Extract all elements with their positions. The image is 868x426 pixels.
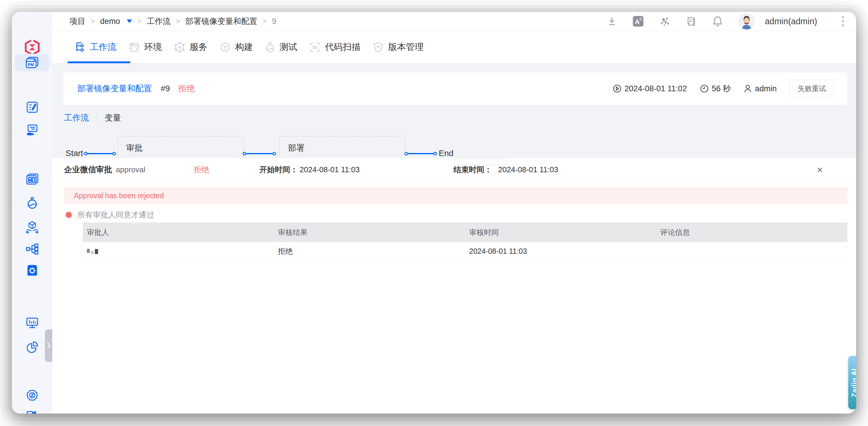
tab-label: 代码扫描 <box>325 41 361 53</box>
sidebar-item-dashboard[interactable] <box>26 173 39 185</box>
sidebar-item-insights[interactable] <box>26 341 39 354</box>
env-icon <box>129 42 140 53</box>
scan-icon <box>310 42 320 53</box>
retry-failed-button[interactable]: 失败重试 <box>790 80 834 97</box>
tab-code-scan[interactable]: 代码扫描 <box>310 41 361 53</box>
tab-version[interactable]: 版本管理 <box>373 41 424 53</box>
result-cell: 拒绝 <box>274 242 465 261</box>
approval-rule: 所有审批人同意才通过 <box>66 210 154 220</box>
connector <box>243 152 276 155</box>
col-approver: 审批人 <box>83 222 274 242</box>
integrations-icon[interactable] <box>659 16 670 27</box>
close-icon[interactable]: × <box>817 164 823 175</box>
subtab-workflow[interactable]: 工作流 <box>64 112 89 123</box>
sidebar-collapse-handle[interactable] <box>45 329 53 362</box>
approver-redacted <box>87 249 274 254</box>
drawer-start-value: 2024-08-01 11:03 <box>300 165 360 174</box>
approval-table: 审批人 审核结果 审核时间 评论信息 拒绝 <box>83 222 847 261</box>
more-vert-icon[interactable] <box>841 16 844 27</box>
user-icon <box>744 84 752 93</box>
sidebar-item-monitor[interactable] <box>26 317 39 329</box>
drawer-end-label: 结束时间： <box>454 164 492 175</box>
breadcrumb: 项目 > demo > 工作流 > 部署镜像变量和配置 > 9 <box>69 16 277 27</box>
clock-icon <box>700 84 709 93</box>
drawer-end-value: 2024-08-01 11:03 <box>498 165 558 174</box>
floating-chip <box>454 159 507 165</box>
sidebar-item-pipelines[interactable] <box>26 243 39 255</box>
breadcrumb-workflows[interactable]: 工作流 <box>147 16 171 27</box>
service-icon <box>174 42 185 53</box>
build-icon <box>220 42 230 53</box>
breadcrumb-project-name[interactable]: demo <box>100 17 120 26</box>
sidebar-item-projects[interactable]: PM <box>25 56 39 69</box>
col-result: 审核结果 <box>274 222 465 242</box>
tab-build[interactable]: 构建 <box>220 41 253 53</box>
col-time: 审核时间 <box>465 222 656 242</box>
col-comment: 评论信息 <box>656 222 847 242</box>
table-header-row: 审批人 审核结果 审核时间 评论信息 <box>83 222 847 242</box>
drawer-job-key: approval <box>116 165 145 174</box>
sidebar-item-enterprise[interactable] <box>25 408 39 414</box>
docs-icon[interactable] <box>686 16 697 27</box>
rule-dot-icon <box>66 212 72 218</box>
job-detail-drawer: 企业微信审批 approval 拒绝 开始时间： 2024-08-01 11:0… <box>52 157 856 414</box>
sidebar-item-release-plan[interactable] <box>26 101 38 114</box>
run-duration: 56 秒 <box>712 83 731 94</box>
tab-workflow[interactable]: 工作流 <box>74 41 116 53</box>
stage-divider <box>126 154 235 155</box>
breadcrumb-projects[interactable]: 项目 <box>69 16 85 27</box>
stage-deploy-label: 部署 <box>288 143 305 154</box>
breadcrumb-workflow-name[interactable]: 部署镜像变量和配置 <box>186 16 257 27</box>
breadcrumb-separator: > <box>176 17 180 25</box>
rule-text: 所有审批人同意才通过 <box>78 210 154 220</box>
sidebar-item-test[interactable] <box>26 196 38 209</box>
stage-divider <box>288 154 397 155</box>
zadig-logo-icon[interactable] <box>25 39 40 56</box>
subtab-divider <box>97 114 97 122</box>
workflow-name-link[interactable]: 部署镜像变量和配置 <box>78 83 152 94</box>
breadcrumb-separator: > <box>262 17 267 25</box>
subtab-variables[interactable]: 变量 <box>104 112 121 123</box>
canvas-start-label: Start <box>66 149 83 158</box>
translate-icon[interactable]: A 文 <box>632 16 644 27</box>
svg-text:文: 文 <box>639 17 643 21</box>
stage-approval-label: 审批 <box>126 143 143 154</box>
topbar-actions: A 文 <box>607 13 844 30</box>
run-number: #9 <box>161 84 170 93</box>
download-icon[interactable] <box>607 16 617 27</box>
tab-label: 构建 <box>235 41 253 53</box>
screenshot-page: PM <box>0 0 868 426</box>
connector <box>404 152 437 155</box>
content-area: 部署镜像变量和配置 #9 拒绝 2024-08-01 11:02 <box>52 63 856 414</box>
app-window: PM <box>12 12 856 414</box>
avatar[interactable] <box>738 13 755 30</box>
user-name[interactable]: admin(admin) <box>765 17 817 26</box>
tab-test[interactable]: 测试 <box>265 41 297 53</box>
tab-service[interactable]: 服务 <box>174 41 208 53</box>
sidebar: PM <box>12 12 52 414</box>
sidebar-item-delivery[interactable] <box>26 124 39 136</box>
play-circle-icon <box>613 84 622 93</box>
svg-text:PM: PM <box>28 62 34 67</box>
rejection-alert-text: Approval has been rejected <box>74 191 164 200</box>
sidebar-item-system[interactable] <box>26 389 39 401</box>
zadig-ai-badge[interactable]: Zadig AI <box>848 356 856 409</box>
drawer-start-label: 开始时间： <box>259 164 298 175</box>
drawer-title: 企业微信审批 <box>64 164 112 175</box>
active-tab-underline <box>68 61 130 63</box>
run-summary-card: 部署镜像变量和配置 #9 拒绝 2024-08-01 11:02 <box>64 72 847 105</box>
version-icon <box>373 42 383 53</box>
drawer-status-rejected: 拒绝 <box>194 164 209 175</box>
run-meta: 2024-08-01 11:02 56 秒 admi <box>613 80 834 97</box>
breadcrumb-run-id: 9 <box>272 17 277 26</box>
project-caret-icon[interactable] <box>127 20 132 23</box>
tab-label: 版本管理 <box>388 41 424 53</box>
run-start-time: 2024-08-01 11:02 <box>625 84 687 93</box>
table-row: 拒绝 2024-08-01 11:03 <box>83 242 847 261</box>
rejection-alert: Approval has been rejected <box>64 187 847 204</box>
tab-label: 服务 <box>190 41 208 53</box>
sidebar-item-settings[interactable] <box>26 264 39 276</box>
tab-env[interactable]: 环境 <box>129 41 162 53</box>
bell-icon[interactable] <box>712 16 723 27</box>
sidebar-item-artifacts[interactable] <box>25 220 39 233</box>
